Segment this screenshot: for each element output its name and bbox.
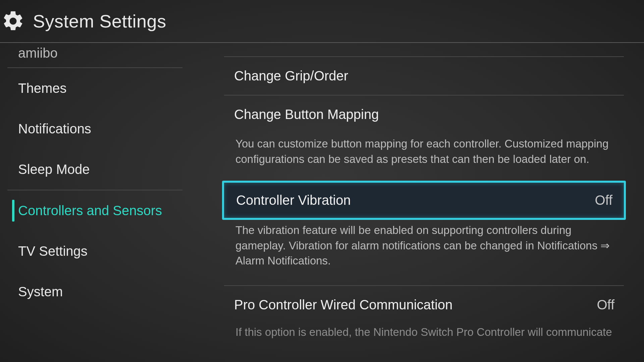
setting-description: The vibration feature will be enabled on…: [224, 222, 624, 277]
header: System Settings: [0, 0, 644, 43]
sidebar-item-controllers-and-sensors[interactable]: Controllers and Sensors: [0, 190, 191, 231]
setting-pro-controller-wired[interactable]: Pro Controller Wired Communication Off: [224, 285, 624, 324]
setting-value: Off: [597, 297, 614, 312]
sidebar-item-themes[interactable]: Themes: [0, 68, 191, 109]
setting-controller-vibration[interactable]: Controller Vibration Off: [222, 181, 626, 220]
sidebar-item-label: Notifications: [18, 121, 91, 136]
sidebar-item-system[interactable]: System: [0, 272, 191, 312]
main-panel: Change Grip/Order Change Button Mapping …: [191, 43, 644, 362]
page-title: System Settings: [33, 11, 166, 32]
setting-label: Change Grip/Order: [234, 68, 348, 83]
setting-change-grip-order[interactable]: Change Grip/Order: [224, 56, 624, 95]
setting-label: Pro Controller Wired Communication: [234, 297, 452, 312]
sidebar-item-label: TV Settings: [18, 244, 88, 258]
setting-description-partial: If this option is enabled, the Nintendo …: [224, 324, 624, 339]
sidebar-item-amiibo[interactable]: amiibo: [0, 43, 191, 67]
setting-label: Change Button Mapping: [234, 107, 379, 122]
sidebar-item-label: System: [18, 284, 63, 299]
sidebar-item-sleep-mode[interactable]: Sleep Mode: [0, 149, 191, 190]
sidebar: amiibo Themes Notifications Sleep Mode C…: [0, 43, 191, 362]
sidebar-item-label: Controllers and Sensors: [18, 203, 162, 218]
sidebar-item-label: Sleep Mode: [18, 162, 90, 177]
sidebar-item-notifications[interactable]: Notifications: [0, 109, 191, 149]
sidebar-item-label: Themes: [18, 81, 67, 96]
setting-description: You can customize button mapping for eac…: [224, 133, 624, 175]
gear-icon: [1, 9, 25, 33]
setting-value: Off: [595, 193, 612, 208]
setting-label: Controller Vibration: [236, 193, 351, 208]
setting-change-button-mapping[interactable]: Change Button Mapping: [224, 95, 624, 133]
sidebar-item-label: amiibo: [18, 46, 58, 60]
sidebar-item-tv-settings[interactable]: TV Settings: [0, 231, 191, 272]
